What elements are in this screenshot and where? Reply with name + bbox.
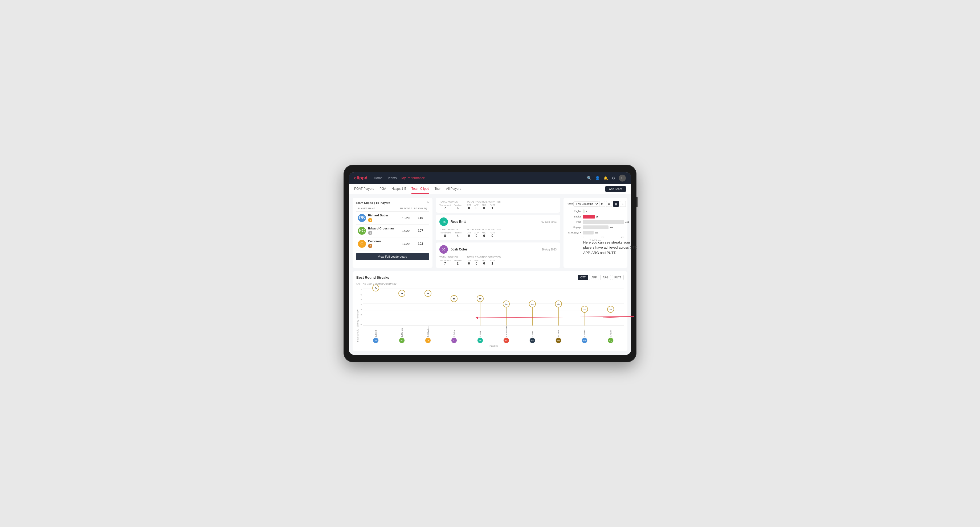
practice-value: 4 bbox=[454, 234, 461, 238]
card-player-name: Rees Britt bbox=[450, 220, 539, 224]
total-rounds-group: Total Rounds Tournament 7 Practice bbox=[439, 256, 461, 265]
y-label: 7 bbox=[361, 289, 362, 291]
practice-activities-label: Total Practice Activities bbox=[467, 228, 501, 231]
bar-value: 131 bbox=[595, 232, 598, 234]
tournament-label: Tournament bbox=[439, 204, 450, 206]
subnav-pgat[interactable]: PGAT Players bbox=[354, 184, 374, 194]
table-row[interactable]: EC Edward Crossman 2 18/20 107 bbox=[356, 225, 429, 238]
nav-item-home[interactable]: Home bbox=[374, 176, 382, 180]
filter-app[interactable]: APP bbox=[589, 275, 599, 280]
bar-fill bbox=[583, 225, 609, 229]
x-axis-title: Players bbox=[363, 344, 624, 347]
streak-bubble: 6x bbox=[398, 290, 405, 297]
bar-row-pars: Pars 499 bbox=[567, 220, 624, 224]
stat-row: OTT 0 APP 0 ARG bbox=[467, 204, 501, 210]
avatar: C bbox=[358, 240, 366, 248]
putt-label: PUTT bbox=[490, 259, 495, 262]
bar-container: 499 bbox=[583, 220, 629, 224]
streak-bubble: 3x bbox=[607, 306, 614, 313]
streak-player-col: R. BrittRB bbox=[467, 327, 493, 343]
settings-icon[interactable]: ⚙ bbox=[612, 176, 615, 180]
streak-bars-area: 7x6x6x5x5x4x4x4x3x3x bbox=[363, 289, 624, 326]
putt-value: 1 bbox=[490, 206, 495, 210]
add-team-button[interactable]: Add Team bbox=[605, 186, 626, 192]
rank-badge: 2 bbox=[368, 231, 372, 235]
chart-view-button[interactable]: ▦ bbox=[613, 201, 619, 207]
side-button bbox=[636, 197, 638, 207]
y-label: 2 bbox=[361, 314, 362, 316]
subnav-pga[interactable]: PGA bbox=[379, 184, 386, 194]
rank-badge: 3 bbox=[368, 244, 372, 248]
list-view-button[interactable]: ≡ bbox=[606, 201, 612, 207]
view-leaderboard-button[interactable]: View Full Leaderboard bbox=[356, 253, 429, 260]
grid-view-button[interactable]: ⊞ bbox=[599, 201, 605, 207]
streak-bubble: 5x bbox=[477, 295, 484, 302]
bell-icon[interactable]: 🔔 bbox=[603, 176, 608, 180]
arg-label: ARG bbox=[482, 232, 486, 234]
streak-col: 3x bbox=[571, 288, 598, 325]
streak-player-col: R. ButlerRB bbox=[571, 327, 598, 343]
practice-activities-label: Total Practice Activities bbox=[467, 256, 501, 259]
tablet-frame: clippd Home Teams My Performance 🔍 👤 🔔 ⚙… bbox=[344, 165, 636, 362]
subnav-all-players[interactable]: All Players bbox=[446, 184, 461, 194]
person-icon[interactable]: 👤 bbox=[595, 176, 600, 180]
bar-label: Birdies bbox=[567, 215, 581, 218]
edit-icon[interactable]: ✎ bbox=[427, 201, 429, 205]
bar-label: Pars bbox=[567, 221, 581, 223]
card-top: RB Rees Britt 02 Sep 2023 bbox=[439, 217, 557, 226]
bottom-header: Best Round Streaks OTT APP ARG PUTT bbox=[356, 275, 624, 280]
putt-col: PUTT 0 bbox=[490, 232, 495, 238]
streak-col: 4x bbox=[546, 288, 571, 325]
streak-line bbox=[428, 294, 428, 325]
user-avatar[interactable]: U bbox=[619, 175, 626, 181]
player-score: 19/20 bbox=[398, 216, 414, 220]
table-headers: PLAYER NAME PB SCORE PB AVG SQ bbox=[356, 207, 429, 211]
streak-player-col: M. MillerMM bbox=[546, 327, 571, 343]
subnav-hcaps[interactable]: Hcaps 1-5 bbox=[391, 184, 406, 194]
ott-value: 0 bbox=[467, 234, 471, 238]
putt-col: PUTT 1 bbox=[490, 204, 495, 210]
table-row[interactable]: RB Richard Butler 1 19/20 110 bbox=[356, 211, 429, 225]
bar-label: Bogeys bbox=[567, 226, 581, 229]
ott-col: OTT 0 bbox=[467, 259, 471, 265]
ott-label: OTT bbox=[467, 204, 471, 206]
card-avatar: RB bbox=[439, 217, 448, 226]
player-avg: 110 bbox=[414, 216, 427, 220]
player-avg: 107 bbox=[414, 229, 427, 233]
putt-col: PUTT 1 bbox=[490, 259, 495, 265]
y-label: 4 bbox=[361, 303, 362, 306]
period-select[interactable]: Last 3 months bbox=[573, 202, 599, 206]
filter-ott[interactable]: OTT bbox=[578, 275, 588, 280]
arg-label: ARG bbox=[482, 204, 486, 206]
sub-nav-items: PGAT Players PGA Hcaps 1-5 Team Clippd T… bbox=[354, 184, 461, 194]
tablet-screen: clippd Home Teams My Performance 🔍 👤 🔔 ⚙… bbox=[349, 172, 631, 355]
streak-player-col: D. BillinghamDB bbox=[415, 327, 441, 343]
table-row[interactable]: C Cameron... 3 17/20 103 bbox=[356, 237, 429, 251]
subnav-tour[interactable]: Tour bbox=[434, 184, 441, 194]
sort-button[interactable]: ↕ bbox=[620, 201, 626, 207]
streak-bubble: 4x bbox=[503, 300, 510, 307]
search-icon[interactable]: 🔍 bbox=[587, 176, 592, 180]
practice-label: Practice bbox=[454, 259, 461, 262]
app-col: APP 0 bbox=[474, 232, 479, 238]
card-date: 02 Sep 2023 bbox=[541, 221, 557, 223]
streak-player-col: E. EbertEE bbox=[363, 327, 389, 343]
filter-putt[interactable]: PUTT bbox=[612, 275, 624, 280]
stat-row: Tournament 7 Practice 2 bbox=[439, 259, 461, 265]
subnav-team-clippd[interactable]: Team Clippd bbox=[412, 184, 429, 194]
total-rounds-group: Total Rounds Tournament 8 Practice bbox=[439, 228, 461, 238]
nav-item-teams[interactable]: Teams bbox=[387, 176, 396, 180]
streak-avatar: CQ bbox=[608, 338, 614, 343]
streak-player-name: M. Miller bbox=[558, 327, 560, 337]
streak-col: 4x bbox=[493, 288, 519, 325]
nav-item-performance[interactable]: My Performance bbox=[401, 176, 425, 180]
arg-value: 0 bbox=[482, 234, 486, 238]
bar-row-eagles: Eagles 3 bbox=[567, 210, 624, 213]
sub-nav: PGAT Players PGA Hcaps 1-5 Team Clippd T… bbox=[349, 184, 631, 194]
streak-bubble: 6x bbox=[425, 290, 431, 297]
filter-arg[interactable]: ARG bbox=[600, 275, 611, 280]
streak-col: 5x bbox=[467, 288, 493, 325]
stat-row: OTT 0 APP 0 ARG bbox=[467, 259, 501, 265]
nav-items: Home Teams My Performance bbox=[374, 176, 425, 180]
card-stats: Total Rounds Tournament 7 Practice bbox=[439, 256, 557, 265]
